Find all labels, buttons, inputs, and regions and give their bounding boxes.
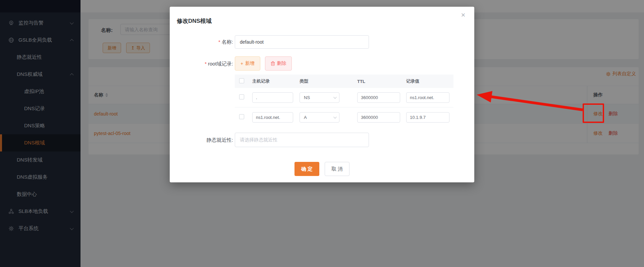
app-root: 监控与告警 GSLB全局负载 静态就近性 DNS权威域 虚拟: [0, 0, 644, 267]
required-mark: *: [205, 61, 207, 66]
ttl-input[interactable]: [357, 112, 400, 123]
required-mark: *: [218, 39, 220, 45]
column-header-host: 主机记录: [252, 78, 300, 84]
record-row: NS: [235, 88, 453, 107]
close-icon[interactable]: ×: [459, 11, 468, 19]
host-record-input[interactable]: [252, 112, 293, 123]
trash-icon: [271, 61, 275, 66]
row-checkbox[interactable]: [239, 94, 244, 99]
select-all-checkbox[interactable]: [239, 78, 244, 83]
record-add-button[interactable]: + 新增: [235, 56, 260, 71]
records-table-header: 主机记录 类型 TTL 记录值: [235, 75, 453, 88]
confirm-button[interactable]: 确 定: [294, 162, 319, 176]
row-checkbox[interactable]: [239, 114, 244, 119]
column-header-ttl: TTL: [357, 79, 406, 84]
proximity-field-label: 静态就近性:: [176, 137, 233, 143]
record-value-input[interactable]: [406, 112, 449, 123]
select-placeholder: 请选择静态就近性: [240, 137, 277, 143]
column-header-value: 记录值: [406, 78, 453, 84]
record-row: A: [235, 107, 453, 127]
record-value-input[interactable]: [406, 92, 449, 103]
ttl-input[interactable]: [357, 92, 400, 103]
chevron-down-icon: [333, 115, 337, 119]
column-header-type: 类型: [300, 78, 357, 84]
records-table: 主机记录 类型 TTL 记录值 NS: [235, 75, 453, 127]
static-proximity-select[interactable]: 请选择静态就近性: [235, 133, 369, 147]
dialog-title: 修改DNS根域: [177, 17, 212, 25]
record-type-select[interactable]: A: [300, 112, 339, 123]
annotation-arrow: [471, 87, 587, 115]
plus-icon: +: [240, 61, 243, 66]
record-type-select[interactable]: NS: [300, 92, 339, 103]
host-record-input[interactable]: [252, 92, 293, 103]
chevron-down-icon: [333, 95, 337, 99]
record-delete-button[interactable]: 删除: [265, 56, 292, 71]
cancel-button[interactable]: 取 消: [325, 162, 350, 176]
root-records-field-label: *root域记录:: [176, 61, 233, 67]
edit-dns-root-zone-dialog: 修改DNS根域 × *名称: *root域记录: + 新增 删除: [170, 7, 474, 182]
name-input[interactable]: [235, 35, 369, 49]
name-field-label: *名称:: [176, 39, 233, 45]
